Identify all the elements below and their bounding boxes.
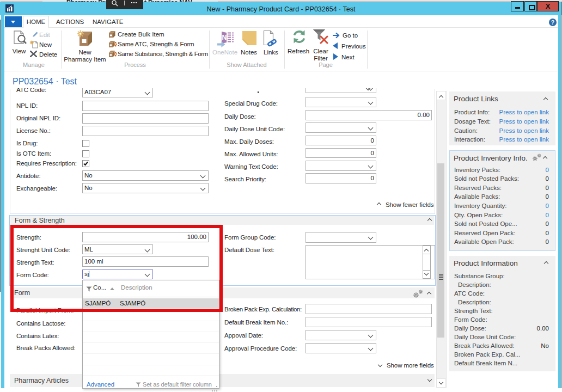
svg-text:N: N <box>222 34 227 41</box>
